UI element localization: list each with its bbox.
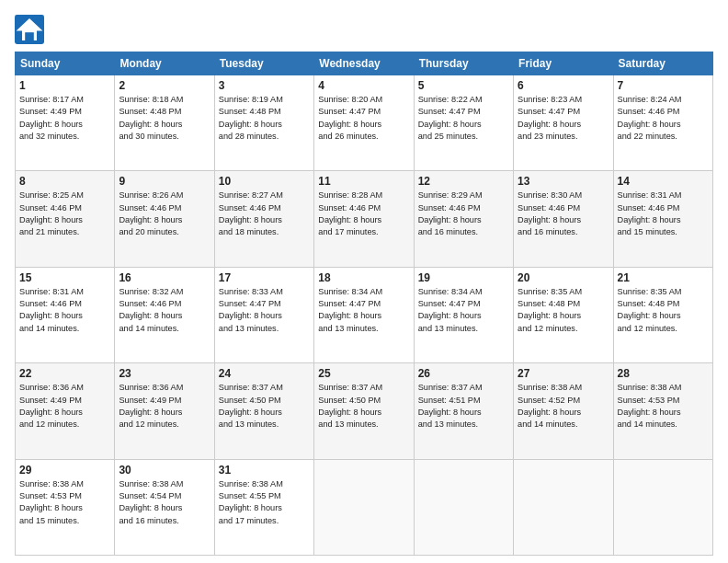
calendar-cell: 28Sunrise: 8:38 AMSunset: 4:53 PMDayligh… — [613, 363, 712, 459]
weekday-header-saturday: Saturday — [613, 52, 712, 75]
day-info-line: Sunset: 4:49 PM — [19, 106, 110, 118]
day-number: 23 — [119, 367, 210, 380]
day-number: 16 — [119, 271, 210, 284]
day-info-line: Sunset: 4:54 PM — [119, 490, 210, 502]
calendar-cell: 18Sunrise: 8:34 AMSunset: 4:47 PMDayligh… — [314, 267, 414, 362]
day-info: Sunrise: 8:29 AMSunset: 4:46 PMDaylight:… — [418, 190, 509, 238]
day-info-line: Daylight: 8 hours — [318, 310, 409, 322]
day-info: Sunrise: 8:38 AMSunset: 4:52 PMDaylight:… — [518, 382, 609, 431]
day-info: Sunrise: 8:34 AMSunset: 4:47 PMDaylight:… — [418, 286, 509, 335]
day-info: Sunrise: 8:32 AMSunset: 4:46 PMDaylight:… — [119, 286, 210, 335]
day-info-line: Sunset: 4:47 PM — [418, 106, 509, 118]
calendar-cell: 30Sunrise: 8:38 AMSunset: 4:54 PMDayligh… — [115, 459, 214, 555]
day-info-line: Sunset: 4:50 PM — [318, 395, 409, 407]
calendar-cell: 23Sunrise: 8:36 AMSunset: 4:49 PMDayligh… — [115, 363, 214, 459]
day-info: Sunrise: 8:31 AMSunset: 4:46 PMDaylight:… — [19, 286, 110, 335]
calendar-cell: 4Sunrise: 8:20 AMSunset: 4:47 PMDaylight… — [314, 75, 414, 171]
day-info-line: Daylight: 8 hours — [418, 310, 509, 322]
day-info-line: Daylight: 8 hours — [418, 407, 509, 419]
calendar-table: SundayMondayTuesdayWednesdayThursdayFrid… — [15, 52, 713, 556]
day-info-line: and 12 minutes. — [19, 419, 110, 431]
logo — [15, 15, 48, 44]
weekday-header-friday: Friday — [514, 52, 613, 75]
calendar-cell: 6Sunrise: 8:23 AMSunset: 4:47 PMDaylight… — [514, 75, 613, 171]
weekday-header-tuesday: Tuesday — [214, 52, 313, 75]
day-info-line: Sunrise: 8:28 AM — [318, 190, 409, 201]
day-info-line: Sunrise: 8:17 AM — [19, 94, 110, 106]
day-number: 11 — [318, 175, 409, 188]
day-info-line: Sunset: 4:47 PM — [219, 298, 310, 310]
day-info-line: Sunrise: 8:34 AM — [418, 286, 509, 298]
day-info-line: Sunset: 4:47 PM — [518, 106, 609, 118]
day-info-line: Sunset: 4:46 PM — [618, 106, 709, 118]
day-info-line: Sunset: 4:48 PM — [219, 106, 310, 118]
day-info-line: Sunrise: 8:34 AM — [318, 286, 409, 298]
day-info-line: Sunrise: 8:33 AM — [219, 286, 310, 298]
day-info-line: Sunrise: 8:31 AM — [618, 190, 709, 201]
day-number: 26 — [418, 367, 509, 380]
day-info-line: Sunset: 4:53 PM — [618, 395, 709, 407]
day-info: Sunrise: 8:22 AMSunset: 4:47 PMDaylight:… — [418, 94, 509, 143]
day-info-line: and 17 minutes. — [219, 515, 310, 527]
day-info-line: Daylight: 8 hours — [119, 502, 210, 514]
day-info-line: Sunrise: 8:24 AM — [618, 94, 709, 106]
day-info: Sunrise: 8:28 AMSunset: 4:46 PMDaylight:… — [318, 190, 409, 238]
day-info: Sunrise: 8:38 AMSunset: 4:55 PMDaylight:… — [219, 478, 310, 527]
day-info: Sunrise: 8:36 AMSunset: 4:49 PMDaylight:… — [19, 382, 110, 431]
day-info: Sunrise: 8:24 AMSunset: 4:46 PMDaylight:… — [618, 94, 709, 143]
day-info: Sunrise: 8:27 AMSunset: 4:46 PMDaylight:… — [219, 190, 310, 238]
day-info-line: Sunset: 4:47 PM — [318, 106, 409, 118]
day-info-line: Daylight: 8 hours — [518, 119, 609, 131]
weekday-header-wednesday: Wednesday — [314, 52, 414, 75]
day-info-line: Sunset: 4:46 PM — [418, 202, 509, 214]
day-info-line: and 25 minutes. — [418, 131, 509, 143]
day-info-line: Sunrise: 8:35 AM — [518, 286, 609, 298]
day-info: Sunrise: 8:35 AMSunset: 4:48 PMDaylight:… — [618, 286, 709, 335]
day-info-line: and 32 minutes. — [19, 131, 110, 143]
day-info-line: and 12 minutes. — [518, 323, 609, 335]
day-info-line: Sunrise: 8:38 AM — [19, 478, 110, 490]
day-info-line: Sunset: 4:46 PM — [19, 298, 110, 310]
day-info-line: Sunrise: 8:38 AM — [618, 382, 709, 394]
day-number: 27 — [518, 367, 609, 380]
day-info-line: Sunset: 4:46 PM — [19, 202, 110, 214]
day-info-line: and 20 minutes. — [119, 226, 210, 238]
day-info-line: Daylight: 8 hours — [19, 214, 110, 226]
day-info: Sunrise: 8:33 AMSunset: 4:47 PMDaylight:… — [219, 286, 310, 335]
day-number: 1 — [19, 79, 110, 92]
day-info-line: Sunset: 4:49 PM — [119, 395, 210, 407]
day-info-line: and 28 minutes. — [219, 131, 310, 143]
day-number: 21 — [618, 271, 709, 284]
day-number: 25 — [318, 367, 409, 380]
day-info-line: Sunset: 4:46 PM — [518, 202, 609, 214]
day-info-line: Sunset: 4:47 PM — [318, 298, 409, 310]
week-row-1: 1Sunrise: 8:17 AMSunset: 4:49 PMDaylight… — [16, 75, 713, 171]
day-info: Sunrise: 8:38 AMSunset: 4:54 PMDaylight:… — [119, 478, 210, 527]
day-info-line: and 12 minutes. — [618, 323, 709, 335]
calendar-cell: 31Sunrise: 8:38 AMSunset: 4:55 PMDayligh… — [214, 459, 313, 555]
day-info-line: Daylight: 8 hours — [119, 214, 210, 226]
day-info-line: Sunrise: 8:27 AM — [219, 190, 310, 201]
day-info-line: and 13 minutes. — [318, 419, 409, 431]
day-number: 17 — [219, 271, 310, 284]
day-info-line: and 14 minutes. — [618, 419, 709, 431]
calendar-cell: 16Sunrise: 8:32 AMSunset: 4:46 PMDayligh… — [115, 267, 214, 362]
day-info: Sunrise: 8:38 AMSunset: 4:53 PMDaylight:… — [618, 382, 709, 431]
calendar-cell — [613, 459, 712, 555]
day-info-line: Sunrise: 8:38 AM — [219, 478, 310, 490]
day-info: Sunrise: 8:37 AMSunset: 4:50 PMDaylight:… — [318, 382, 409, 431]
calendar-cell: 19Sunrise: 8:34 AMSunset: 4:47 PMDayligh… — [414, 267, 513, 362]
calendar-cell: 14Sunrise: 8:31 AMSunset: 4:46 PMDayligh… — [613, 171, 712, 267]
week-row-3: 15Sunrise: 8:31 AMSunset: 4:46 PMDayligh… — [16, 267, 713, 362]
day-info-line: Sunset: 4:55 PM — [219, 490, 310, 502]
weekday-header-thursday: Thursday — [414, 52, 513, 75]
day-info-line: Sunrise: 8:29 AM — [418, 190, 509, 201]
day-info-line: Sunrise: 8:38 AM — [119, 478, 210, 490]
day-info-line: and 15 minutes. — [618, 226, 709, 238]
day-info-line: and 14 minutes. — [518, 419, 609, 431]
day-info-line: Sunrise: 8:26 AM — [119, 190, 210, 201]
day-info-line: Daylight: 8 hours — [19, 119, 110, 131]
day-info-line: Sunset: 4:46 PM — [119, 298, 210, 310]
svg-rect-2 — [25, 32, 34, 40]
day-info-line: Sunset: 4:53 PM — [19, 490, 110, 502]
